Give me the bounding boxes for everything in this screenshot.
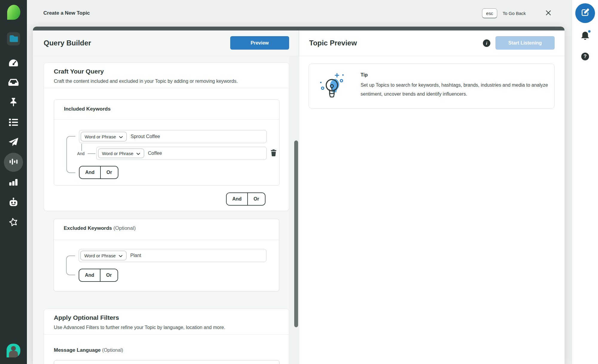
page-title: Create a New Topic bbox=[43, 10, 90, 16]
keyword-input-row2[interactable]: Word or Phrase Coffee bbox=[96, 147, 267, 160]
sidebar-item-dashboard[interactable] bbox=[7, 57, 20, 70]
help-button[interactable]: ? bbox=[581, 53, 589, 60]
waveform-icon bbox=[10, 158, 18, 167]
group-bracket bbox=[66, 256, 75, 275]
divider bbox=[54, 240, 279, 240]
sidebar-item-inbox[interactable] bbox=[7, 76, 20, 89]
chevron-down-icon bbox=[119, 253, 123, 258]
folder-icon bbox=[9, 34, 18, 43]
gauge-icon bbox=[8, 59, 19, 68]
topic-preview-title: Topic Preview bbox=[309, 39, 357, 47]
craft-query-card: Craft Your Query Craft the content inclu… bbox=[44, 62, 289, 211]
optional-filters-title: Apply Optional Filters bbox=[54, 314, 119, 321]
keyword-type-label: Word or Phrase bbox=[102, 151, 133, 156]
close-button[interactable] bbox=[544, 9, 553, 18]
keyword-value: Plant bbox=[130, 253, 141, 258]
excluded-keywords-box: Excluded Keywords (Optional) Word or Phr… bbox=[54, 219, 279, 291]
tip-title: Tip bbox=[361, 72, 368, 78]
compose-icon bbox=[580, 8, 590, 19]
message-language-label: Message Language (Optional) bbox=[54, 347, 123, 353]
and-button[interactable]: And bbox=[80, 166, 100, 178]
divider bbox=[54, 119, 279, 120]
app-root: Create a New Topic esc To Go Back Query … bbox=[0, 0, 598, 364]
sidebar-item-folders[interactable] bbox=[7, 32, 20, 45]
modal-top-strip bbox=[33, 27, 565, 30]
list-icon bbox=[9, 119, 18, 127]
preview-button[interactable]: Preview bbox=[230, 36, 289, 50]
close-icon bbox=[545, 10, 551, 17]
and-button[interactable]: And bbox=[79, 269, 100, 281]
pin-icon bbox=[10, 97, 17, 108]
keyword-input-row1[interactable]: Word or Phrase Sprout Coffee bbox=[79, 130, 267, 143]
sidebar-item-lists[interactable] bbox=[7, 116, 20, 129]
robot-icon bbox=[9, 198, 18, 207]
bar-chart-icon bbox=[9, 178, 18, 187]
included-keywords-box: Included Keywords Word or Phrase Sprout … bbox=[54, 100, 280, 186]
create-topic-modal: Query Builder Preview Craft Your Query C… bbox=[33, 27, 565, 364]
connector-line bbox=[81, 144, 82, 151]
keyword-value: Coffee bbox=[148, 151, 162, 156]
add-group-operator-toggle: And Or bbox=[226, 192, 266, 206]
lightbulb-illustration bbox=[317, 71, 353, 103]
avatar-silhouette bbox=[11, 346, 16, 351]
query-builder-title: Query Builder bbox=[44, 39, 91, 47]
or-button[interactable]: Or bbox=[100, 269, 118, 281]
connector-line bbox=[88, 153, 95, 154]
and-button[interactable]: And bbox=[227, 193, 247, 205]
sidebar-item-reports[interactable] bbox=[7, 176, 20, 189]
topic-preview-header: Topic Preview i Start Listening bbox=[299, 30, 565, 56]
included-keywords-title: Included Keywords bbox=[64, 106, 111, 112]
message-language-text: Message Language bbox=[54, 347, 101, 353]
delete-keyword-button[interactable] bbox=[270, 149, 277, 157]
or-button[interactable]: Or bbox=[101, 166, 118, 178]
group-operator-toggle: And Or bbox=[79, 166, 118, 179]
esc-key-badge: esc bbox=[482, 8, 497, 18]
sidebar-item-pinned[interactable] bbox=[7, 96, 20, 109]
optional-filters-card: Apply Optional Filters Use Advanced Filt… bbox=[44, 309, 289, 364]
user-avatar[interactable] bbox=[7, 344, 20, 357]
optional-label: (Optional) bbox=[113, 225, 136, 231]
query-builder-panel: Query Builder Preview Craft Your Query C… bbox=[33, 30, 299, 364]
back-hint-label: To Go Back bbox=[503, 11, 526, 16]
divider bbox=[44, 334, 289, 335]
sidebar-item-listening-active[interactable] bbox=[4, 153, 23, 172]
paper-plane-icon bbox=[9, 138, 18, 148]
excluded-operator-toggle: And Or bbox=[79, 269, 118, 282]
craft-query-description: Craft the content included and excluded … bbox=[54, 79, 238, 84]
optional-label: (Optional) bbox=[102, 348, 123, 353]
chevron-down-icon bbox=[136, 151, 140, 156]
chevron-down-icon bbox=[119, 134, 123, 139]
message-language-input[interactable] bbox=[54, 360, 280, 364]
optional-filters-description: Use Advanced Filters to further refine y… bbox=[54, 325, 225, 330]
trash-icon bbox=[270, 149, 277, 158]
sidebar-item-bot[interactable] bbox=[7, 196, 20, 209]
scrollbar-thumb[interactable] bbox=[294, 140, 298, 327]
keyword-value: Sprout Coffee bbox=[131, 134, 160, 139]
tip-card: Tip Set up Topics to search for keywords… bbox=[309, 64, 555, 108]
star-icon bbox=[9, 217, 18, 228]
keyword-type-label: Word or Phrase bbox=[85, 134, 116, 139]
excluded-keywords-title: Excluded Keywords (Optional) bbox=[64, 225, 136, 231]
excluded-keyword-input[interactable]: Word or Phrase Plant bbox=[79, 249, 266, 262]
sidebar-item-publishing[interactable] bbox=[7, 136, 20, 149]
query-builder-header: Query Builder Preview bbox=[33, 30, 299, 56]
notifications-button[interactable] bbox=[580, 31, 591, 42]
sprout-logo-icon[interactable] bbox=[7, 5, 20, 20]
compose-button[interactable] bbox=[575, 3, 595, 23]
info-icon[interactable]: i bbox=[483, 39, 490, 47]
excluded-keywords-label: Excluded Keywords bbox=[64, 225, 112, 231]
inbox-icon bbox=[8, 78, 19, 87]
keyword-type-dropdown[interactable]: Word or Phrase bbox=[81, 132, 127, 141]
sidebar-item-favorites[interactable] bbox=[7, 216, 20, 229]
keyword-type-label: Word or Phrase bbox=[84, 253, 116, 258]
start-listening-button[interactable]: Start Listening bbox=[495, 36, 555, 50]
utility-rail: ? bbox=[572, 0, 598, 364]
keyword-type-dropdown[interactable]: Word or Phrase bbox=[80, 251, 126, 260]
app-sidebar bbox=[0, 0, 27, 364]
notification-badge bbox=[588, 30, 591, 33]
or-button[interactable]: Or bbox=[248, 193, 265, 205]
keyword-type-dropdown[interactable]: Word or Phrase bbox=[98, 149, 144, 158]
connector-label: And bbox=[77, 151, 85, 156]
topic-preview-panel: Topic Preview i Start Listening bbox=[299, 30, 565, 364]
bell-icon bbox=[580, 37, 590, 42]
